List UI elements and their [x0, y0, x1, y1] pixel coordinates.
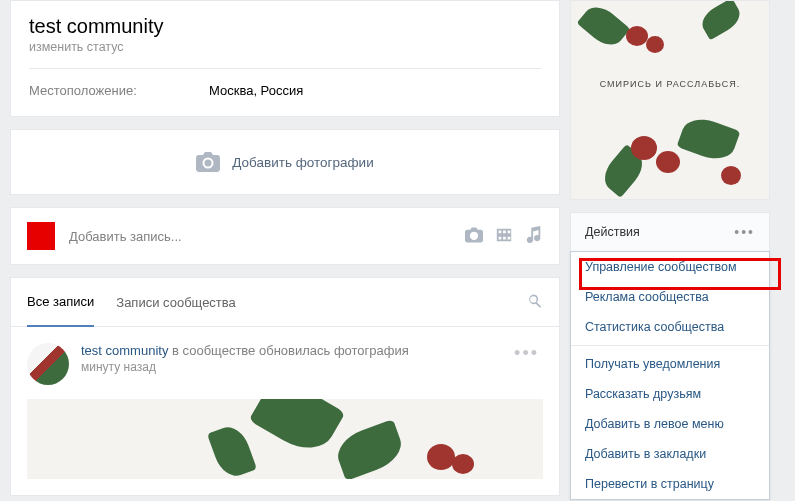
cover-caption: СМИРИСЬ И РАССЛАБЬСЯ. — [571, 79, 769, 89]
attach-audio-icon[interactable] — [525, 226, 543, 247]
actions-header: Действия ••• — [570, 212, 770, 251]
action-community-ads[interactable]: Реклама сообщества — [571, 282, 769, 312]
dropdown-separator — [571, 345, 769, 346]
location-row: Местоположение: Москва, Россия — [29, 83, 541, 106]
action-notifications[interactable]: Получать уведомления — [571, 349, 769, 379]
wall: Все записи Записи сообщества test commun… — [10, 277, 560, 496]
divider — [29, 68, 541, 69]
post-author-link[interactable]: test community — [81, 343, 168, 358]
tab-community-posts[interactable]: Записи сообщества — [116, 279, 236, 326]
community-header: test community изменить статус Местополо… — [10, 0, 560, 117]
edit-status-link[interactable]: изменить статус — [29, 40, 541, 54]
action-add-left-menu[interactable]: Добавить в левое меню — [571, 409, 769, 439]
attach-video-icon[interactable] — [495, 226, 513, 247]
post-more-button[interactable]: ••• — [510, 343, 543, 364]
post-composer[interactable]: Добавить запись... — [10, 207, 560, 265]
community-cover[interactable]: СМИРИСЬ И РАССЛАБЬСЯ. — [570, 0, 770, 200]
add-photos-button[interactable]: Добавить фотографии — [10, 129, 560, 195]
camera-icon — [196, 152, 220, 172]
community-name: test community — [29, 15, 541, 38]
actions-dropdown: Управление сообществом Реклама сообществ… — [570, 251, 770, 500]
location-label: Местоположение: — [29, 83, 209, 98]
add-photos-label: Добавить фотографии — [232, 155, 373, 170]
action-transfer-page[interactable]: Перевести в страницу — [571, 469, 769, 499]
post-image[interactable] — [27, 399, 543, 479]
actions-panel: Действия ••• Управление сообществом Рекл… — [570, 212, 770, 500]
location-value: Москва, Россия — [209, 83, 303, 98]
composer-placeholder: Добавить запись... — [69, 229, 465, 244]
wall-post: test community в сообществе обновилась ф… — [11, 327, 559, 495]
action-manage-community[interactable]: Управление сообществом — [571, 252, 769, 282]
post-action-text: в сообществе обновилась фотография — [172, 343, 409, 358]
tab-all-posts[interactable]: Все записи — [27, 278, 94, 327]
action-add-bookmark[interactable]: Добавить в закладки — [571, 439, 769, 469]
wall-search-button[interactable] — [527, 293, 543, 312]
actions-title: Действия — [585, 225, 640, 239]
post-time: минуту назад — [81, 360, 409, 374]
composer-avatar — [27, 222, 55, 250]
action-community-stats[interactable]: Статистика сообщества — [571, 312, 769, 342]
attach-photo-icon[interactable] — [465, 226, 483, 247]
post-author-avatar[interactable] — [27, 343, 69, 385]
action-tell-friends[interactable]: Рассказать друзьям — [571, 379, 769, 409]
wall-tabs: Все записи Записи сообщества — [11, 278, 559, 327]
actions-more-button[interactable]: ••• — [734, 224, 755, 240]
